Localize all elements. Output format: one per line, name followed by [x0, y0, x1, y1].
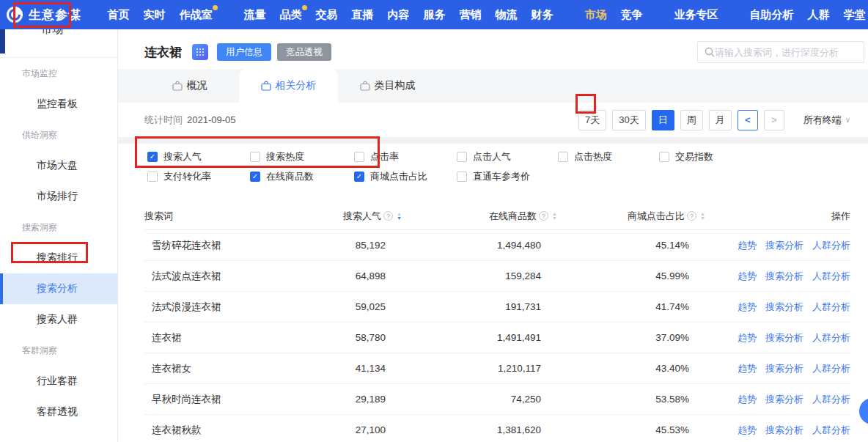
crowd-analysis-link[interactable]: 人群分析 [812, 362, 850, 375]
tab-overview[interactable]: 概况 [140, 69, 239, 103]
nav-item-biz-zone[interactable]: 业务专区 [674, 8, 718, 22]
table-row: 连衣裙秋款 27,100 1,381,620 45.53% 趋势搜索分析人群分析 [144, 415, 850, 442]
crowd-analysis-link[interactable]: 人群分析 [812, 239, 850, 252]
cell-keyword: 法式浪漫连衣裙 [144, 301, 299, 314]
range-30d-button[interactable]: 30天 [612, 110, 645, 130]
cell-mall: 45.53% [557, 424, 705, 435]
checkbox-pay-conversion[interactable]: 支付转化率 [147, 170, 250, 183]
sidebar-item-industry-customer[interactable]: 行业客群 [0, 366, 117, 397]
granularity-week-button[interactable]: 周 [680, 110, 703, 130]
sort-control[interactable]: ▲▼ [397, 212, 402, 220]
nav-item-realtime[interactable]: 实时 [144, 8, 166, 22]
keyword-table: 搜索词 搜索人气 ? ▲▼ 在线商品数 ? ▲▼ 商城点击占比 ? ▲▼ 操作 [118, 202, 868, 442]
granularity-month-button[interactable]: 月 [709, 110, 732, 130]
range-7d-button[interactable]: 7天 [578, 110, 606, 130]
competitor-view-button[interactable]: 竞品透视 [277, 43, 331, 61]
crowd-analysis-link[interactable]: 人群分析 [812, 270, 850, 283]
checkbox-trade-index[interactable]: 交易指数 [659, 150, 868, 163]
col-mall-click-share: 商城点击占比 ? ▲▼ [557, 210, 705, 223]
checkbox-online-products[interactable]: ✓在线商品数 [250, 170, 354, 183]
table-row: 早秋时尚连衣裙 29,189 74,250 53.58% 趋势搜索分析人群分析 [144, 384, 850, 415]
nav-item-trade[interactable]: 交易 [316, 8, 338, 22]
checkbox-icon: ✓ [354, 172, 364, 182]
sidebar-item-monitor-board[interactable]: 监控看板 [0, 89, 117, 119]
tab-related-analysis[interactable]: 相关分析 [239, 69, 338, 103]
sidebar-item-search-ranking[interactable]: 搜索排行 [0, 243, 117, 273]
trend-link[interactable]: 趋势 [738, 270, 757, 283]
nav-item-category[interactable]: 品类 [280, 8, 302, 22]
granularity-day-button[interactable]: 日 [652, 110, 674, 130]
checkbox-click-popularity[interactable]: 点击人气 [457, 150, 558, 163]
nav-item-academy[interactable]: 学堂 [844, 8, 866, 22]
cell-online: 1,491,491 [402, 332, 557, 343]
help-icon[interactable]: ? [383, 211, 393, 221]
logo-icon [6, 6, 23, 23]
nav-item-crowd[interactable]: 人群 [808, 8, 830, 22]
main-content: 连衣裙 用户信息 竞品透视 [118, 29, 868, 442]
search-box[interactable] [697, 41, 864, 63]
table-row: 法式波点连衣裙 64,898 159,284 45.99% 趋势搜索分析人群分析 [144, 261, 850, 292]
sidebar-item-market-ranking[interactable]: 市场排行 [0, 181, 117, 212]
sort-control[interactable]: ▲▼ [700, 212, 705, 220]
checkbox-mall-click-share[interactable]: ✓商城点击占比 [354, 170, 457, 183]
nav-item-home[interactable]: 首页 [108, 8, 130, 22]
search-analysis-link[interactable]: 搜索分析 [765, 424, 803, 437]
date-controls: 7天 30天 日 周 月 < > 所有终端 ∨ [573, 110, 850, 130]
trend-link[interactable]: 趋势 [738, 239, 757, 252]
search-analysis-link[interactable]: 搜索分析 [765, 239, 803, 252]
search-analysis-link[interactable]: 搜索分析 [765, 393, 803, 406]
trend-link[interactable]: 趋势 [738, 362, 757, 375]
nav-item-content[interactable]: 内容 [388, 8, 410, 22]
search-analysis-link[interactable]: 搜索分析 [765, 270, 803, 283]
bag-icon [172, 81, 183, 91]
cell-popularity: 27,100 [299, 424, 402, 435]
nav-item-compete[interactable]: 竞争 [621, 8, 643, 22]
search-input[interactable] [715, 47, 857, 58]
trend-link[interactable]: 趋势 [738, 331, 757, 345]
next-date-button[interactable]: > [764, 110, 784, 130]
cell-keyword: 早秋时尚连衣裙 [144, 393, 299, 406]
sidebar-item-search-crowd[interactable]: 搜索人群 [0, 304, 117, 335]
crowd-analysis-link[interactable]: 人群分析 [812, 301, 850, 314]
keyword-data-icon[interactable] [192, 44, 208, 60]
user-info-button[interactable]: 用户信息 [217, 43, 271, 61]
sidebar-item-customer-perspective[interactable]: 客群透视 [0, 397, 117, 427]
section-divider [118, 137, 868, 144]
nav-item-live[interactable]: 直播 [352, 8, 374, 22]
crowd-analysis-link[interactable]: 人群分析 [812, 393, 850, 406]
nav-item-market[interactable]: 市场 [585, 8, 607, 22]
sidebar-item-search-analysis[interactable]: 搜索分析 [0, 273, 117, 304]
cell-mall: 53.58% [557, 394, 705, 405]
nav-item-logistics[interactable]: 物流 [496, 8, 518, 22]
cell-mall: 37.09% [557, 332, 705, 343]
search-analysis-link[interactable]: 搜索分析 [765, 362, 803, 375]
checkbox-search-popularity[interactable]: ✓搜索人气 [147, 150, 250, 163]
search-analysis-link[interactable]: 搜索分析 [765, 301, 803, 314]
prev-date-button[interactable]: < [738, 110, 758, 130]
nav-item-war-room[interactable]: 作战室 [180, 8, 213, 22]
sidebar-item-market-overview[interactable]: 市场大盘 [0, 150, 117, 181]
help-icon[interactable]: ? [687, 211, 696, 221]
crowd-analysis-link[interactable]: 人群分析 [812, 331, 850, 345]
search-analysis-link[interactable]: 搜索分析 [765, 331, 803, 345]
crowd-analysis-link[interactable]: 人群分析 [812, 424, 850, 437]
tab-category-composition[interactable]: 类目构成 [338, 69, 437, 103]
brand[interactable]: 生意参谋 [6, 6, 81, 23]
checkbox-search-heat[interactable]: 搜索热度 [250, 150, 354, 163]
nav-item-finance[interactable]: 财务 [532, 8, 553, 22]
terminal-dropdown[interactable]: 所有终端 ∨ [803, 114, 850, 127]
nav-item-self-analysis[interactable]: 自助分析 [750, 8, 794, 22]
help-icon[interactable]: ? [539, 211, 548, 221]
trend-link[interactable]: 趋势 [738, 393, 757, 406]
nav-item-marketing[interactable]: 营销 [460, 8, 482, 22]
stat-time-label: 统计时间 [144, 114, 183, 127]
nav-item-service[interactable]: 服务 [424, 8, 446, 22]
trend-link[interactable]: 趋势 [738, 301, 757, 314]
nav-item-traffic[interactable]: 流量 [244, 8, 266, 22]
checkbox-ztc-reference-price[interactable]: 直通车参考价 [457, 170, 558, 183]
sort-control[interactable]: ▲▼ [552, 212, 557, 220]
checkbox-click-rate[interactable]: 点击率 [354, 150, 457, 163]
checkbox-click-heat[interactable]: 点击热度 [558, 150, 659, 163]
trend-link[interactable]: 趋势 [738, 424, 757, 437]
col-actions: 操作 [705, 210, 850, 223]
